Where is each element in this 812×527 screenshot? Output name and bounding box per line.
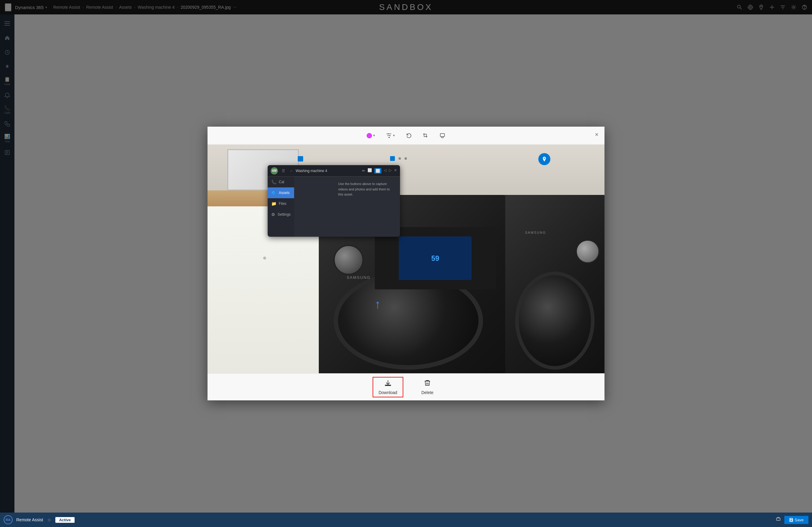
mini-header-icon-2[interactable]: ◁ (384, 168, 387, 173)
svg-point-38 (544, 158, 545, 159)
color-dot (367, 133, 372, 138)
right-drum (515, 272, 595, 370)
mini-nav-settings-label: Settings (278, 212, 291, 217)
mini-nav-assets-icon: 🔷 (271, 190, 276, 195)
image-viewer-modal-overlay: × ▾ ▾ (0, 0, 812, 527)
status-active-badge: Active (55, 517, 74, 523)
mini-remote-assist-app: AM ☰ ← Washing machine 4 ✏ ⬜ ⬜ ◁ ▷ ✕ (268, 165, 400, 237)
blue-square-annotation-1 (298, 156, 303, 161)
mini-nav-calls[interactable]: 📞 Cal (268, 176, 294, 187)
mini-nav-files[interactable]: 📁 Files (268, 198, 294, 209)
mini-nav-files-icon: 📁 (271, 201, 276, 206)
svg-rect-42 (790, 520, 793, 521)
modal-bottom-toolbar: Download Delete (207, 373, 605, 400)
status-app-name: Remote Assist (16, 517, 43, 522)
image-display-area: SAMSUNG 59 ↑ SAMSUNG (207, 145, 605, 373)
blue-pin-annotation (538, 153, 550, 165)
mini-nav-calls-label: Cal (279, 180, 284, 184)
delete-icon (424, 379, 431, 388)
mini-header-controls: ⬜ ⬜ ◁ ▷ ✕ (367, 168, 397, 173)
status-bar: RA Remote Assist ◇ Active Save (0, 513, 812, 527)
mini-app-title: Washing machine 4 (295, 169, 360, 173)
modal-toolbar: ▾ ▾ (207, 127, 605, 145)
mini-app-icon: ☰ (280, 168, 286, 174)
modal-close-button[interactable]: × (592, 130, 601, 139)
annotation-markers (390, 156, 407, 161)
color-chevron-icon: ▾ (373, 133, 375, 138)
mini-nav-calls-icon: 📞 (271, 180, 276, 184)
mini-header-icon-active[interactable]: ⬜ (374, 168, 381, 173)
download-icon (385, 379, 392, 388)
undo-tool-button[interactable] (403, 131, 415, 141)
mini-nav-settings[interactable]: ⚙ Settings (268, 209, 294, 220)
filter-chevron-icon: ▾ (393, 133, 395, 138)
mini-app-content-text: Use the buttons above to capture videos … (338, 181, 395, 197)
delete-label: Delete (421, 390, 433, 395)
mini-app-navigation: 📞 Cal 🔷 Assets 📁 Files ⚙ (268, 176, 294, 237)
status-right-actions: Save (776, 516, 808, 524)
mini-app-avatar: AM (271, 167, 278, 174)
mini-header-icon-1[interactable]: ⬜ (367, 168, 372, 173)
mini-app-content-area: Use the buttons above to capture videos … (333, 176, 400, 237)
delete-button[interactable]: Delete (415, 377, 439, 397)
annotation-square-marker (390, 156, 395, 161)
status-expand-button[interactable] (776, 517, 781, 523)
status-diamond-separator: ◇ (48, 518, 50, 522)
status-avatar: RA (4, 515, 13, 524)
download-label: Download (379, 390, 397, 395)
svg-point-35 (390, 135, 391, 136)
mini-nav-assets[interactable]: 🔷 Assets (268, 187, 294, 198)
svg-point-34 (388, 133, 389, 134)
mini-edit-icon: ✏ (362, 169, 365, 173)
mini-nav-files-label: Files (279, 201, 286, 206)
mini-nav-settings-icon: ⚙ (271, 212, 275, 217)
blue-arrow-annotation: ↑ (375, 298, 381, 311)
status-save-button[interactable]: Save (784, 516, 808, 524)
annotation-dot-2 (405, 157, 407, 160)
right-washer-body: SAMSUNG (505, 195, 605, 373)
mini-nav-assets-label: Assets (279, 191, 290, 195)
download-button[interactable]: Download (373, 377, 403, 397)
color-picker-button[interactable]: ▾ (364, 131, 378, 140)
filter-tool-button[interactable]: ▾ (383, 131, 398, 141)
annotation-dot-1 (398, 157, 401, 160)
mini-app-body: 📞 Cal 🔷 Assets 📁 Files ⚙ (268, 176, 400, 237)
svg-rect-41 (777, 518, 780, 521)
aspect-ratio-tool-button[interactable] (436, 131, 448, 141)
crop-tool-button[interactable] (420, 131, 432, 141)
mini-app-header: AM ☰ ← Washing machine 4 ✏ ⬜ ⬜ ◁ ▷ ✕ (268, 165, 400, 176)
right-washer-knob (576, 239, 600, 264)
mini-header-icon-3[interactable]: ▷ (389, 168, 392, 173)
mini-close-icon[interactable]: ✕ (394, 168, 397, 173)
mini-back-arrow: ← (290, 169, 293, 173)
image-viewer-modal: × ▾ ▾ (207, 127, 605, 400)
svg-rect-37 (440, 133, 445, 137)
svg-point-36 (389, 137, 390, 138)
status-save-label: Save (795, 518, 803, 522)
washer-knob (334, 245, 364, 275)
